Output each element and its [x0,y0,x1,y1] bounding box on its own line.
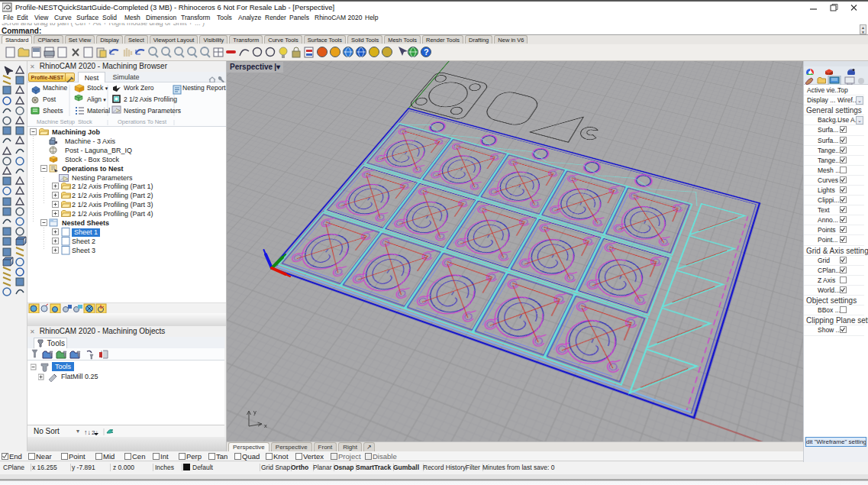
svg-text:↑↓: ↑↓ [84,428,91,436]
svg-text:2↓: 2↓ [92,429,98,436]
svg-text:?: ? [424,47,429,57]
